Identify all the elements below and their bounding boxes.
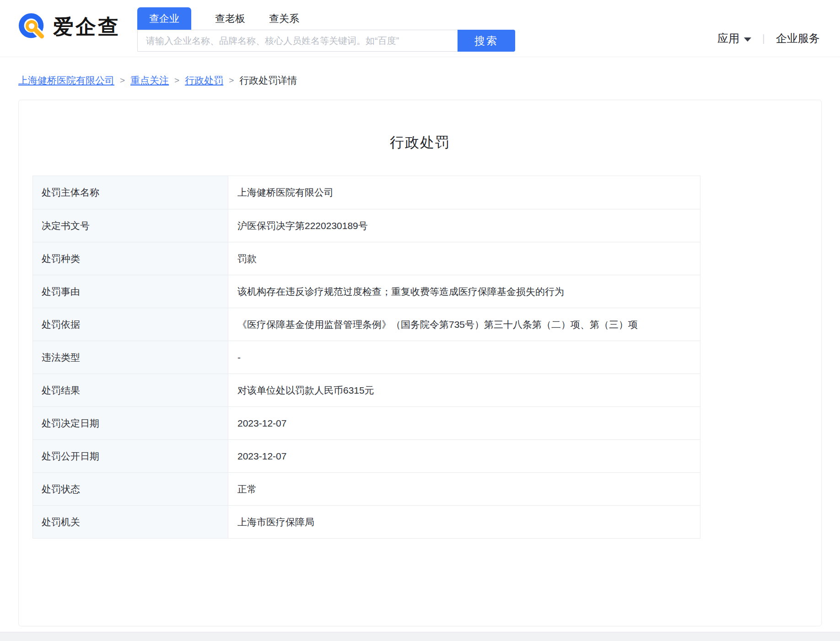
row-value: - — [228, 341, 700, 374]
aiqicha-logo-icon — [18, 13, 47, 41]
header-right: 应用 | 企业服务 — [717, 31, 820, 46]
row-label: 处罚主体名称 — [33, 176, 228, 209]
row-value: 该机构存在违反诊疗规范过度检查；重复收费等造成医疗保障基金损失的行为 — [228, 275, 700, 308]
breadcrumb-separator: > — [174, 75, 179, 85]
tab-search-relation[interactable]: 查关系 — [269, 7, 299, 30]
breadcrumb-link-key-focus[interactable]: 重点关注 — [130, 74, 169, 87]
breadcrumb-current: 行政处罚详情 — [239, 74, 297, 87]
row-label: 违法类型 — [33, 341, 228, 374]
row-value: 上海市医疗保障局 — [228, 506, 700, 538]
row-label: 处罚状态 — [33, 473, 228, 505]
table-row: 处罚主体名称 上海健桥医院有限公司 — [33, 176, 700, 209]
table-row: 处罚结果 对该单位处以罚款人民币6315元 — [33, 374, 700, 406]
row-value: 沪医保罚决字第2220230189号 — [228, 209, 700, 242]
header: 爱企查 查企业 查老板 查关系 搜索 应用 | 企业服务 — [0, 0, 840, 57]
row-label: 处罚公开日期 — [33, 440, 228, 472]
row-label: 处罚事由 — [33, 275, 228, 308]
page: 爱企查 查企业 查老板 查关系 搜索 应用 | 企业服务 上海健桥医院有限公司 … — [0, 0, 840, 641]
breadcrumb-link-company[interactable]: 上海健桥医院有限公司 — [18, 74, 114, 87]
tab-search-company[interactable]: 查企业 — [137, 7, 191, 30]
table-row: 处罚公开日期 2023-12-07 — [33, 439, 700, 472]
row-value: 上海健桥医院有限公司 — [228, 176, 700, 209]
table-row: 处罚种类 罚款 — [33, 242, 700, 275]
row-label: 决定书文号 — [33, 209, 228, 242]
table-row: 处罚机关 上海市医疗保障局 — [33, 505, 700, 538]
app-menu[interactable]: 应用 — [717, 31, 751, 46]
table-row: 违法类型 - — [33, 341, 700, 374]
search-area: 查企业 查老板 查关系 搜索 — [137, 7, 515, 52]
chevron-down-icon — [744, 37, 751, 42]
footer-strip — [0, 632, 840, 641]
search-tabs: 查企业 查老板 查关系 — [137, 7, 515, 30]
row-label: 处罚机关 — [33, 506, 228, 538]
row-value: 2023-12-07 — [228, 407, 700, 439]
search-bar: 搜索 — [137, 30, 515, 52]
table-row: 处罚决定日期 2023-12-07 — [33, 406, 700, 439]
breadcrumb: 上海健桥医院有限公司 > 重点关注 > 行政处罚 > 行政处罚详情 — [18, 74, 297, 87]
table-row: 决定书文号 沪医保罚决字第2220230189号 — [33, 209, 700, 242]
row-value: 罚款 — [228, 242, 700, 275]
row-value: 对该单位处以罚款人民币6315元 — [228, 374, 700, 406]
header-divider: | — [762, 32, 765, 44]
breadcrumb-separator: > — [120, 75, 125, 85]
search-input[interactable] — [137, 30, 458, 52]
table-row: 处罚状态 正常 — [33, 472, 700, 505]
row-label: 处罚依据 — [33, 308, 228, 341]
table-row: 处罚事由 该机构存在违反诊疗规范过度检查；重复收费等造成医疗保障基金损失的行为 — [33, 275, 700, 308]
breadcrumb-link-penalty[interactable]: 行政处罚 — [185, 74, 223, 87]
row-value: 2023-12-07 — [228, 440, 700, 472]
table-row: 处罚依据 《医疗保障基金使用监督管理条例》（国务院令第735号）第三十八条第（二… — [33, 308, 700, 341]
row-value: 《医疗保障基金使用监督管理条例》（国务院令第735号）第三十八条第（二）项、第（… — [228, 308, 700, 341]
penalty-detail-card: 行政处罚 处罚主体名称 上海健桥医院有限公司 决定书文号 沪医保罚决字第2220… — [18, 100, 822, 626]
row-label: 处罚种类 — [33, 242, 228, 275]
tab-search-boss[interactable]: 查老板 — [215, 7, 245, 30]
row-label: 处罚结果 — [33, 374, 228, 406]
brand-logo[interactable]: 爱企查 — [18, 13, 120, 41]
row-label: 处罚决定日期 — [33, 407, 228, 439]
breadcrumb-separator: > — [229, 75, 234, 85]
app-menu-label: 应用 — [717, 31, 739, 46]
row-value: 正常 — [228, 473, 700, 505]
brand-name: 爱企查 — [53, 13, 120, 41]
search-button[interactable]: 搜索 — [458, 30, 515, 52]
page-title: 行政处罚 — [19, 133, 821, 152]
enterprise-services-link[interactable]: 企业服务 — [776, 31, 820, 46]
penalty-detail-table: 处罚主体名称 上海健桥医院有限公司 决定书文号 沪医保罚决字第222023018… — [32, 176, 700, 539]
